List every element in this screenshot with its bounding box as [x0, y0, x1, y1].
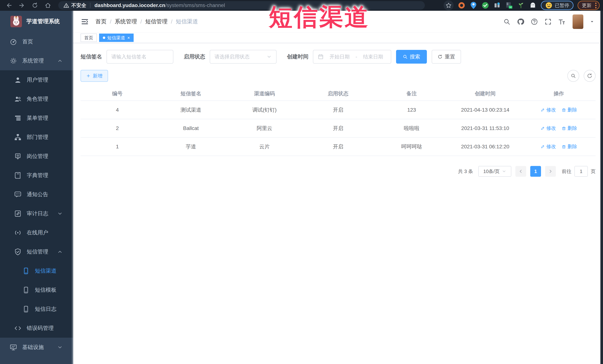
sign-input[interactable] — [111, 54, 169, 60]
profile-paused-badge[interactable]: 已暂停 — [541, 1, 573, 10]
browser-extensions-area: on 已暂停 更新 — [444, 0, 600, 10]
reset-button-label: 重置 — [445, 53, 455, 60]
sidebar-item-label: 通知公告 — [27, 191, 48, 198]
reset-button[interactable]: 重置 — [432, 50, 461, 64]
caret-down-icon[interactable] — [590, 19, 594, 24]
browser-menu-icon[interactable] — [595, 3, 596, 8]
cell-status: 开启 — [301, 119, 375, 137]
home-icon[interactable] — [44, 1, 52, 10]
sidebar-item-post-management[interactable]: 岗位管理 — [0, 147, 73, 166]
delete-link[interactable]: 删除 — [562, 107, 577, 113]
tag-sms-channel[interactable]: 短信渠道 × — [99, 33, 134, 42]
breadcrumb-sms[interactable]: 短信管理 — [145, 18, 168, 25]
sidebar-logo[interactable]: 芋道管理系统 — [0, 11, 73, 32]
chevron-down-icon — [57, 344, 63, 350]
time-label: 创建时间 — [287, 53, 308, 60]
end-date-input[interactable] — [360, 54, 387, 60]
search-button[interactable]: 搜索 — [396, 50, 427, 64]
sidebar-item-home[interactable]: 首页 — [0, 32, 73, 51]
update-button[interactable]: 更新 — [578, 1, 600, 10]
page-number-1[interactable]: 1 — [530, 166, 541, 177]
toggle-search-button[interactable] — [567, 70, 579, 82]
fullscreen-icon[interactable] — [544, 18, 552, 26]
sidebar-item-sms-log[interactable]: 短信日志 — [0, 299, 73, 319]
extension-video-on-icon[interactable]: on — [505, 1, 513, 9]
sidebar-item-dict-management[interactable]: 字典管理 — [0, 166, 73, 185]
breadcrumb-home[interactable]: 首页 — [95, 18, 106, 25]
sidebar-item-sms-template[interactable]: 短信模板 — [0, 280, 73, 299]
tag-label: 首页 — [84, 35, 93, 41]
security-label: 不安全 — [71, 2, 86, 9]
chevron-down-icon — [502, 169, 506, 174]
prev-page-button[interactable] — [515, 166, 526, 177]
sidebar-item-dept-management[interactable]: 部门管理 — [0, 128, 73, 147]
update-button-label: 更新 — [582, 2, 591, 9]
sidebar-item-label: 系统管理 — [22, 57, 44, 65]
extension-pin-icon[interactable] — [470, 1, 477, 9]
extension-ghost-icon[interactable] — [529, 1, 537, 9]
sidebar-item-system-management[interactable]: 系统管理 — [0, 51, 73, 70]
extension-plant-icon[interactable] — [517, 1, 525, 9]
edit-icon — [540, 108, 545, 112]
goto-page: 前往 页 — [562, 166, 596, 177]
sidebar-item-audit-log[interactable]: 审计日志 — [0, 204, 73, 223]
help-icon[interactable] — [530, 18, 538, 26]
sidebar-item-notice[interactable]: 通知公告 — [0, 185, 73, 204]
status-select[interactable]: 请选择启用状态 — [210, 50, 277, 64]
delete-icon — [562, 108, 566, 112]
search-icon[interactable] — [503, 18, 511, 26]
next-page-button[interactable] — [545, 166, 556, 177]
sidebar-item-error-code-management[interactable]: 错误码管理 — [0, 319, 73, 338]
tree-icon — [14, 133, 22, 141]
search-form: 短信签名 启用状态 请选择启用状态 创建时间 — [81, 50, 596, 64]
edit-link[interactable]: 修改 — [540, 143, 556, 150]
phone-icon — [22, 267, 30, 275]
delete-link[interactable]: 删除 — [562, 125, 577, 132]
search-icon — [403, 54, 407, 59]
edit-link[interactable]: 修改 — [540, 107, 556, 113]
sidebar-item-label: 审计日志 — [27, 210, 48, 217]
sms-channel-table: 编号 短信签名 渠道编码 启用状态 备注 创建时间 操作 4 测试渠道 — [81, 87, 596, 156]
extension-orange-icon[interactable] — [458, 1, 465, 9]
back-icon[interactable] — [5, 1, 13, 10]
cell-status: 开启 — [301, 137, 375, 156]
goto-page-input[interactable] — [574, 166, 588, 177]
avatar[interactable] — [573, 14, 583, 29]
sidebar-item-role-management[interactable]: 角色管理 — [0, 89, 73, 109]
delete-link[interactable]: 删除 — [562, 143, 577, 150]
font-size-icon[interactable] — [558, 18, 566, 26]
extension-green-check-icon[interactable] — [481, 1, 489, 9]
edit-link[interactable]: 修改 — [540, 125, 556, 132]
sidebar-item-sms-management[interactable]: 短信管理 — [0, 242, 73, 261]
start-date-input[interactable] — [326, 54, 353, 60]
forward-icon[interactable] — [18, 1, 26, 10]
tag-home[interactable]: 首页 — [81, 33, 97, 42]
sidebar-item-label: 在线用户 — [27, 229, 48, 236]
bookmark-star-icon[interactable] — [444, 0, 453, 10]
app-title: 芋道管理系统 — [26, 18, 60, 25]
reload-icon[interactable] — [31, 1, 39, 10]
page-size-select[interactable]: 10条/页 — [478, 166, 511, 177]
breadcrumb-system[interactable]: 系统管理 — [115, 18, 137, 25]
sidebar-item-user-management[interactable]: 用户管理 — [0, 70, 73, 89]
add-button[interactable]: 新增 — [81, 70, 108, 82]
sidebar-item-online-users[interactable]: 在线用户 — [0, 223, 73, 242]
column-header-id: 编号 — [81, 87, 154, 101]
address-bar[interactable]: 不安全 dashboard.yudao.iocoder.cn/system/sm… — [58, 1, 425, 10]
status-placeholder: 请选择启用状态 — [215, 53, 250, 60]
sign-label: 短信签名 — [81, 53, 102, 60]
tags-view-bar: 首页 短信渠道 × — [73, 33, 603, 43]
sidebar-submenu-system: 用户管理 角色管理 菜单管理 部门管理 — [0, 70, 73, 338]
hamburger-icon[interactable] — [81, 17, 89, 26]
close-icon[interactable]: × — [127, 36, 130, 40]
sidebar-item-sms-channel[interactable]: 短信渠道 — [0, 261, 73, 280]
refresh-table-button[interactable] — [584, 70, 596, 82]
sidebar-item-infrastructure[interactable]: 基础设施 — [0, 338, 73, 357]
date-range-picker[interactable]: - — [313, 50, 391, 64]
extension-tabs-icon[interactable] — [493, 1, 501, 9]
url-host: dashboard.yudao.iocoder.cn — [94, 2, 165, 8]
warning-icon — [63, 3, 69, 8]
window-scrollbar[interactable] — [600, 11, 603, 364]
sidebar-item-menu-management[interactable]: 菜单管理 — [0, 109, 73, 128]
github-icon[interactable] — [517, 18, 525, 26]
